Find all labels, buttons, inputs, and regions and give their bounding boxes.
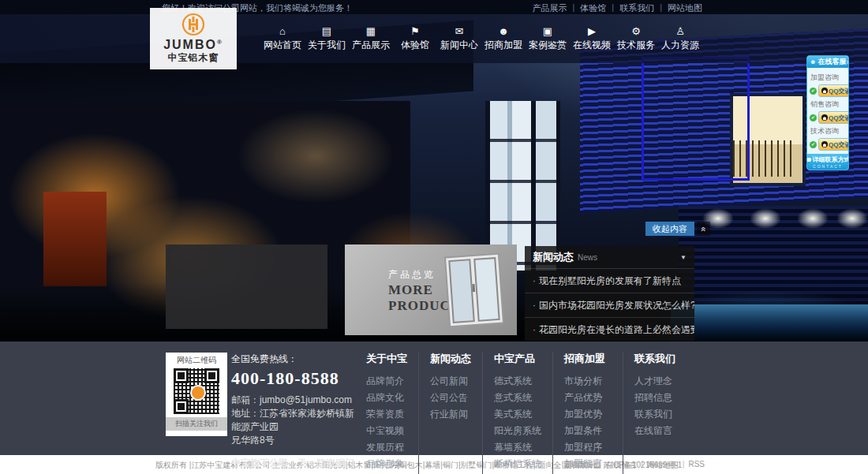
footer-link[interactable]: 行业新闻 [430,406,471,423]
footer-address-line2: 兄华路8号 [231,434,357,447]
footer-column-title: 招商加盟 [564,352,612,366]
topbar-link-sitemap[interactable]: 网站地图 [668,2,702,14]
nav-item-products[interactable]: ▦ 产品展示 [349,14,393,63]
footer-contact-block: 全国免费热线： 400-180-8588 邮箱：jumbo@51jumbo.co… [231,353,357,470]
person-icon: ☻ [810,58,816,65]
qr-finder-pattern [174,399,189,414]
footer-link[interactable]: 品牌简介 [366,373,407,390]
qq-chat-button[interactable]: QQ交谈 [818,111,849,124]
footer-link[interactable]: 断桥铝系统 [494,456,541,472]
nav-item-tech-service[interactable]: ⚙ 技术服务 [614,14,658,63]
topbar-link-products[interactable]: 产品展示 [532,2,567,14]
contact-detail-button[interactable]: 详细联系方式 CONTACT [807,154,848,170]
footer-column-contact: 联系我们 人才理念 招聘信息 联系我们 在线留言 [623,352,687,474]
nav-item-home[interactable]: ⌂ 网站首页 [260,14,305,63]
consult-group-label: 技术咨询 [810,126,846,136]
topbar-link-experience[interactable]: 体验馆 [580,2,606,14]
footer-link[interactable]: 美式系统 [494,406,541,423]
qq-chat-button[interactable]: QQ交谈 [818,138,849,151]
toolbox-icon: ⚙ [631,26,641,36]
book-icon: ▤ [322,26,331,36]
consult-row: ✔ QQ交谈 [810,111,846,124]
top-bar: 您好！欢迎访问公司网站，我们将竭诚为您服务！ 产品展示| 体验馆| 联系我们| … [0,0,868,14]
footer-link[interactable]: 品牌形象 [366,456,407,472]
footer-link[interactable]: 加盟优势 [564,406,612,423]
location-pin-icon: ⚑ [410,26,420,36]
news-title: 新闻动态 [533,250,574,264]
footer-link[interactable]: 品牌文化 [366,390,407,406]
online-service-title: 在线客服 [817,57,846,67]
video-play-icon: ▶ [588,26,596,36]
chevron-down-icon[interactable]: ▼ [680,254,687,261]
footer-link[interactable]: 产品优势 [564,390,612,406]
footer-email: 邮箱：jumbo@51jumbo.com [231,394,357,407]
footer-link[interactable]: 市场分析 [564,373,612,390]
footer-link[interactable]: 加盟程序 [564,439,612,456]
footer-link[interactable]: 阳光房系统 [494,423,541,439]
highlight-box [642,57,750,181]
footer-link[interactable]: 荣誉资质 [366,406,407,423]
contact-sub-label: CONTACT [813,164,843,169]
nav-item-join[interactable]: ☻ 招商加盟 [481,14,526,63]
online-service-panel: ☻ 在线客服 × 加盟咨询 ✔ QQ交谈 销售咨询 ✔ QQ交谈 技术咨询 ✔ … [806,55,849,170]
qr-finder-pattern [204,368,219,383]
footer-link[interactable]: 发展历程 [366,439,407,456]
nav-item-experience-hall[interactable]: ⚑ 体验馆 [393,14,437,63]
topbar-links: 产品展示| 体验馆| 联系我们| 网站地图 [532,2,702,14]
logo-emblem [181,13,205,36]
footer-link[interactable]: 中宝视频 [366,423,407,439]
footer-link[interactable]: 加盟留言 [564,456,612,472]
footer-link[interactable]: 联系我们 [634,406,675,423]
footer-column-about: 关于中宝 品牌简介 品牌文化 荣誉资质 中宝视频 发展历程 品牌形象 [355,352,418,474]
qq-chat-button[interactable]: QQ交谈 [818,84,849,97]
consult-group-label: 销售咨询 [810,99,846,110]
footer-link[interactable]: 德式系统 [494,373,541,390]
footer-column-news: 新闻动态 公司新闻 公司公告 行业新闻 [418,352,482,474]
footer-link[interactable]: 幕墙系统 [494,439,541,456]
bullet: · [533,300,536,311]
footer-link[interactable]: 公司新闻 [430,373,471,390]
chat-bubble-icon [806,158,811,162]
collapse-toggle-button[interactable]: « [697,222,710,236]
hero-spotlight [750,208,781,229]
collapse-content-button[interactable]: 收起内容 [645,222,694,236]
hero-spotlight [836,208,868,229]
bullet: · [533,275,536,286]
footer-link[interactable]: 招聘信息 [634,390,675,406]
footer-link[interactable]: 人才理念 [634,373,675,390]
nav-item-about[interactable]: ▤ 关于我们 [305,14,349,63]
footer-address: 地址：江苏省张家港妙桥镇新能源产业园 [231,407,357,434]
online-service-body: 加盟咨询 ✔ QQ交谈 销售咨询 ✔ QQ交谈 技术咨询 ✔ QQ交谈 [807,68,848,154]
footer-link[interactable]: 加盟条件 [564,423,612,439]
nav-item-videos[interactable]: ▶ 在线视频 [570,14,614,63]
qr-caption[interactable]: 扫描关注我们 [166,417,227,431]
news-icon: ✉ [455,26,464,36]
qq-penguin-icon [821,114,828,121]
bottom-link-rss[interactable]: RSS [688,460,705,471]
person-icon: ♙ [675,26,685,36]
nav-item-hr[interactable]: ♙ 人力资源 [658,14,702,63]
footer-link[interactable]: 在线留言 [634,423,675,439]
nav-item-news[interactable]: ✉ 新闻中心 [437,14,481,63]
nav-item-cases[interactable]: ▣ 案例鉴赏 [526,14,570,63]
news-item[interactable]: · 国内市场花园阳光房发展状况怎么样? [525,293,694,317]
footer-link[interactable]: 意式系统 [494,390,541,406]
qr-title: 网站二维码 [177,355,216,366]
close-icon[interactable]: × [846,58,849,66]
hero-warm-glow [237,109,395,203]
site-logo[interactable]: JUMBO® 中宝铝木窗 [150,8,237,69]
news-item[interactable]: · 花园阳光房在漫长的道路上必然会遇到各种挑战 [525,317,694,342]
footer-subsidiary: 中宝旗下公司：天一防盗铜门 [231,457,357,470]
window-graphic [443,252,506,328]
news-panel-header: 新闻动态 News ▼ [525,246,694,268]
main-nav: ⌂ 网站首页 ▤ 关于我们 ▦ 产品展示 ⚑ 体验馆 ✉ 新闻中心 ☻ 招商加盟… [260,14,702,63]
news-item[interactable]: · 现在别墅阳光房的发展有了新特点 [525,268,694,293]
logo-subtitle: 中宝铝木窗 [168,51,219,65]
divider: | [572,2,574,14]
more-products-banner[interactable]: 产品总览 MORE PRODUCTS [345,244,517,335]
footer-link[interactable]: 公司公告 [430,390,471,406]
topbar-link-contact[interactable]: 联系我们 [619,2,654,14]
products-overview-label: 产品总览 [388,268,436,282]
picture-icon: ▣ [543,26,552,36]
bullet: · [533,324,536,335]
